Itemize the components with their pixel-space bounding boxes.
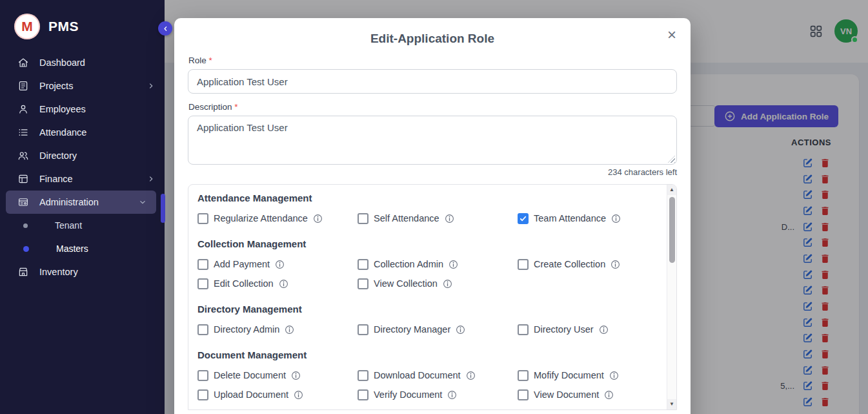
info-icon[interactable] — [279, 279, 288, 289]
permission-item-delete-document[interactable]: Delete Document — [197, 369, 358, 381]
info-icon[interactable] — [445, 214, 454, 223]
info-icon[interactable] — [609, 371, 619, 380]
permission-item-directory-manager[interactable]: Directory Manager — [358, 324, 518, 335]
permission-item-team-attendance[interactable]: Team Attendance — [518, 212, 663, 224]
people-icon — [17, 150, 29, 161]
checkbox-icon[interactable] — [358, 389, 368, 400]
checkbox-icon[interactable] — [518, 389, 529, 400]
permission-label: Add Payment — [214, 259, 270, 269]
sidebar-item-finance[interactable]: Finance — [0, 167, 165, 191]
description-textarea[interactable]: Application Test User — [188, 116, 677, 165]
info-icon[interactable] — [294, 390, 303, 400]
edit-application-role-modal: Edit-Application Role × Role * Descripti… — [174, 18, 691, 414]
permission-item-directory-user[interactable]: Directory User — [518, 324, 663, 335]
checkbox-icon[interactable] — [358, 259, 368, 270]
sidebar-item-administration[interactable]: Administration — [6, 191, 156, 214]
permission-label: Create Collection — [534, 259, 605, 269]
checkbox-icon[interactable] — [197, 259, 208, 270]
checkbox-icon[interactable] — [358, 278, 368, 289]
info-icon[interactable] — [456, 325, 465, 335]
checkbox-icon[interactable] — [518, 259, 529, 270]
info-icon[interactable] — [599, 325, 609, 335]
list-icon — [17, 127, 29, 138]
characters-left-counter: 234 characters left — [188, 167, 677, 177]
sidebar-subitem-masters[interactable]: Masters — [0, 237, 165, 260]
projects-icon — [17, 80, 29, 92]
info-icon[interactable] — [611, 214, 621, 223]
info-icon[interactable] — [275, 260, 285, 269]
permission-item-regularize-attendance[interactable]: Regularize Attendance — [197, 212, 358, 224]
scroll-up-arrow-icon[interactable]: ▲ — [667, 185, 676, 195]
info-icon[interactable] — [449, 260, 458, 269]
chevron-left-icon — [162, 25, 169, 32]
permission-group: Document ManagementDelete DocumentDownlo… — [197, 349, 663, 400]
app-logo: M PMS — [0, 0, 165, 39]
permission-item-view-document[interactable]: View Document — [518, 389, 663, 400]
checkbox-icon[interactable] — [518, 324, 529, 335]
checkbox-icon[interactable] — [518, 370, 529, 381]
required-asterisk: * — [209, 56, 212, 65]
permission-label: Verify Document — [374, 389, 442, 400]
permission-label: Directory Admin — [214, 324, 279, 335]
sidebar-item-inventory[interactable]: Inventory — [0, 260, 165, 284]
info-icon[interactable] — [604, 390, 614, 400]
permission-label: Self Attendance — [374, 213, 439, 223]
checkbox-icon[interactable] — [197, 389, 208, 400]
permission-label: Team Attendance — [534, 213, 606, 223]
permission-item-edit-collection[interactable]: Edit Collection — [197, 278, 358, 289]
sidebar-item-directory[interactable]: Directory — [0, 144, 165, 167]
permission-label: View Collection — [374, 278, 438, 289]
permissions-scroll-area: Attendance ManagementRegularize Attendan… — [188, 185, 667, 409]
info-icon[interactable] — [313, 214, 323, 223]
info-icon[interactable] — [466, 371, 476, 380]
permission-item-add-payment[interactable]: Add Payment — [197, 258, 358, 270]
app-name: PMS — [48, 19, 79, 34]
info-icon[interactable] — [447, 390, 457, 400]
checkbox-icon[interactable] — [197, 324, 208, 335]
checkbox-icon[interactable] — [358, 213, 368, 224]
permission-item-self-attendance[interactable]: Self Attendance — [358, 212, 518, 224]
permission-item-view-collection[interactable]: View Collection — [358, 278, 518, 289]
bullet-icon — [23, 246, 29, 252]
sidebar-collapse-button[interactable] — [158, 21, 172, 36]
permission-item-verify-document[interactable]: Verify Document — [358, 389, 518, 400]
modal-title: Edit-Application Role — [188, 32, 677, 46]
sidebar-item-employees[interactable]: Employees — [0, 98, 165, 121]
checkbox-icon[interactable] — [197, 213, 208, 224]
close-icon[interactable]: × — [663, 23, 680, 47]
permissions-scrollbar[interactable]: ▲ ▼ — [667, 185, 676, 409]
sidebar-item-dashboard[interactable]: Dashboard — [0, 51, 165, 74]
required-asterisk: * — [234, 102, 237, 112]
permission-item-directory-admin[interactable]: Directory Admin — [197, 324, 358, 335]
sidebar-item-attendance[interactable]: Attendance — [0, 121, 165, 144]
logo-icon: M — [14, 14, 40, 39]
permission-item-create-collection[interactable]: Create Collection — [518, 258, 663, 270]
info-icon[interactable] — [611, 260, 620, 269]
checkbox-icon[interactable] — [518, 213, 529, 224]
info-icon[interactable] — [285, 325, 294, 335]
permission-item-download-document[interactable]: Download Document — [358, 369, 518, 381]
chevron-right-icon — [146, 81, 156, 90]
checkbox-icon[interactable] — [358, 370, 368, 381]
sidebar-subitem-label: Tenant — [55, 220, 82, 231]
permission-item-mofify-document[interactable]: Mofify Document — [518, 369, 663, 381]
permission-group: Directory ManagementDirectory AdminDirec… — [197, 304, 663, 335]
checkbox-icon[interactable] — [197, 278, 208, 289]
sidebar-item-label: Attendance — [39, 127, 156, 138]
sidebar-item-projects[interactable]: Projects — [0, 74, 165, 98]
checkbox-icon[interactable] — [358, 324, 368, 335]
scroll-down-arrow-icon[interactable]: ▼ — [667, 399, 676, 409]
info-icon[interactable] — [291, 371, 301, 380]
scrollbar-thumb[interactable] — [669, 197, 675, 263]
bullet-icon — [23, 223, 28, 228]
sidebar-item-label: Directory — [39, 150, 156, 161]
permission-item-upload-document[interactable]: Upload Document — [197, 389, 358, 400]
permission-item-collection-admin[interactable]: Collection Admin — [358, 258, 518, 270]
role-input[interactable] — [188, 69, 677, 94]
checkbox-icon[interactable] — [197, 370, 208, 381]
permission-label: Regularize Attendance — [214, 213, 308, 223]
sidebar-nav: DashboardProjectsEmployeesAttendanceDire… — [0, 51, 165, 284]
permissions-panel: Attendance ManagementRegularize Attendan… — [188, 184, 677, 410]
info-icon[interactable] — [443, 279, 452, 289]
sidebar-subitem-tenant[interactable]: Tenant — [0, 214, 165, 237]
